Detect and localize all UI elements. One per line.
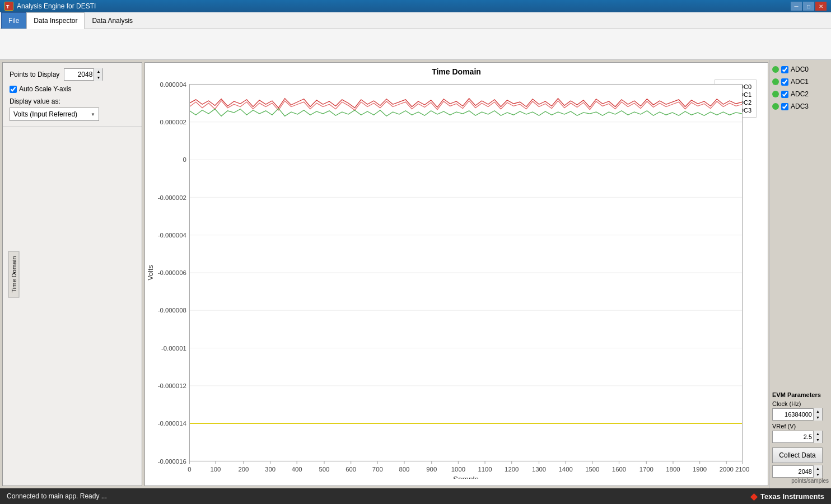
clock-spinner[interactable]: 16384000 ▲ ▼ (772, 408, 823, 421)
svg-text:0: 0 (188, 466, 191, 473)
display-value-dropdown[interactable]: Volts (Input Referred) ▼ (10, 108, 99, 121)
samples-down[interactable]: ▼ (814, 472, 822, 478)
svg-text:600: 600 (346, 466, 356, 473)
ti-logo-mark: ◆ (750, 491, 757, 502)
adc2-label: ADC2 (791, 90, 809, 98)
points-to-display-value: 2048 (64, 71, 94, 78)
samples-value: 2048 (773, 468, 813, 475)
adc2-checkbox[interactable] (781, 91, 788, 98)
chart-inner: 0.000004 0.000002 0 -0.000002 -0.000004 … (145, 78, 768, 479)
points-spinner-up[interactable]: ▲ (94, 68, 102, 74)
vref-down[interactable]: ▼ (814, 437, 822, 443)
adc1-checkbox[interactable] (781, 78, 788, 86)
svg-text:-0.000016: -0.000016 (158, 458, 186, 465)
tab-data-inspector[interactable]: Data Inspector (26, 12, 85, 29)
points-to-display-spinner[interactable]: 2048 ▲ ▼ (64, 68, 103, 81)
points-to-display-label: Points to Display (10, 71, 59, 78)
points-spinner-down[interactable]: ▼ (94, 74, 102, 81)
ti-logo: ◆ Texas Instruments (750, 491, 824, 502)
auto-scale-checkbox[interactable] (10, 86, 17, 93)
adc0-dot (772, 66, 779, 73)
ti-name: Texas Instruments (760, 492, 824, 501)
adc1-label: ADC1 (791, 78, 809, 86)
auto-scale-label: Auto Scale Y-axis (19, 85, 71, 93)
samples-up[interactable]: ▲ (814, 465, 822, 472)
display-value-label: Display value as: (10, 97, 135, 105)
left-panel: Time Domain Points to Display 2048 ▲ ▼ A… (2, 62, 142, 486)
svg-text:0: 0 (183, 157, 186, 164)
main-content: Time Domain Points to Display 2048 ▲ ▼ A… (0, 60, 831, 488)
app-title: Analysis Engine for DESTI (17, 2, 96, 10)
vref-up[interactable]: ▲ (814, 431, 822, 437)
adc3-item: ADC3 (772, 101, 829, 111)
svg-text:900: 900 (426, 466, 437, 473)
vref-label: VRef (V) (772, 423, 829, 430)
svg-text:1200: 1200 (505, 466, 519, 473)
clock-arrows: ▲ ▼ (813, 408, 822, 421)
adc0-checkbox[interactable] (781, 66, 788, 73)
adc2-dot (772, 91, 779, 97)
samples-arrows: ▲ ▼ (813, 465, 822, 478)
status-message: Connected to main app. Ready ... (7, 492, 107, 500)
svg-text:0.000004: 0.000004 (160, 81, 186, 88)
svg-text:Volts: Volts (146, 265, 155, 281)
minimize-button[interactable]: ─ (791, 2, 802, 11)
title-bar: T Analysis Engine for DESTI ─ □ ✕ (0, 0, 831, 12)
adc3-dot (772, 103, 779, 110)
menu-bar: File Data Inspector Data Analysis (0, 12, 831, 29)
time-domain-tab[interactable]: Time Domain (8, 251, 20, 297)
auto-scale-row: Auto Scale Y-axis (10, 85, 135, 93)
svg-text:1300: 1300 (532, 466, 546, 473)
adc0-item: ADC0 (772, 64, 829, 74)
adc3-checkbox[interactable] (781, 103, 788, 110)
chart-svg: 0.000004 0.000002 0 -0.000002 -0.000004 … (145, 78, 768, 479)
svg-text:1600: 1600 (612, 466, 626, 473)
svg-text:1700: 1700 (639, 466, 653, 473)
toolbar-strip (0, 29, 831, 60)
right-panel: ADC0 ADC1 ADC2 ADC3 EVM Parameters Clock… (769, 60, 831, 488)
svg-text:-0.000008: -0.000008 (158, 307, 186, 314)
clock-down[interactable]: ▼ (814, 414, 822, 421)
collect-data-button[interactable]: Collect Data (772, 447, 823, 463)
chart-area: Time Domain ADC0 ADC1 ADC2 ADC3 (144, 62, 768, 486)
clock-label: Clock (Hz) (772, 400, 829, 407)
evm-params-title: EVM Parameters (772, 391, 829, 398)
tab-file[interactable]: File (1, 12, 26, 29)
svg-text:200: 200 (238, 466, 249, 473)
maximize-button[interactable]: □ (803, 2, 814, 11)
chart-title: Time Domain (145, 63, 768, 78)
samples-spinner[interactable]: 2048 ▲ ▼ (772, 465, 823, 478)
dropdown-arrow-icon: ▼ (91, 112, 95, 117)
svg-text:400: 400 (292, 466, 302, 473)
svg-text:1800: 1800 (666, 466, 680, 473)
svg-text:Sample: Sample (453, 475, 479, 479)
status-bar: Connected to main app. Ready ... ◆ Texas… (0, 488, 831, 504)
svg-text:-0.000014: -0.000014 (158, 421, 186, 427)
svg-text:800: 800 (399, 466, 409, 473)
adc0-label: ADC0 (791, 66, 809, 73)
svg-text:1000: 1000 (451, 466, 465, 473)
clock-up[interactable]: ▲ (814, 408, 822, 414)
clock-value: 16384000 (773, 411, 813, 418)
svg-text:1400: 1400 (559, 466, 573, 473)
app-icon: T (4, 2, 13, 11)
adc1-dot (772, 78, 779, 85)
close-button[interactable]: ✕ (815, 2, 827, 11)
vref-spinner[interactable]: 2.5 ▲ ▼ (772, 431, 823, 443)
svg-text:1100: 1100 (478, 466, 492, 473)
svg-text:0.000002: 0.000002 (160, 119, 186, 125)
points-display-row: Points to Display 2048 ▲ ▼ (10, 68, 135, 81)
svg-text:-0.000006: -0.000006 (158, 270, 186, 277)
svg-text:-0.00001: -0.00001 (161, 345, 186, 352)
samples-unit-label: points/samples (772, 478, 829, 484)
tab-data-analysis[interactable]: Data Analysis (85, 12, 140, 29)
svg-text:-0.000002: -0.000002 (158, 194, 186, 201)
svg-text:1500: 1500 (585, 466, 599, 473)
vref-arrows: ▲ ▼ (813, 431, 822, 443)
svg-text:700: 700 (372, 466, 383, 473)
points-spinner-arrows: ▲ ▼ (94, 68, 102, 81)
svg-text:300: 300 (265, 466, 276, 473)
svg-text:2000: 2000 (720, 466, 734, 473)
adc1-item: ADC1 (772, 77, 829, 87)
svg-text:100: 100 (210, 466, 221, 473)
